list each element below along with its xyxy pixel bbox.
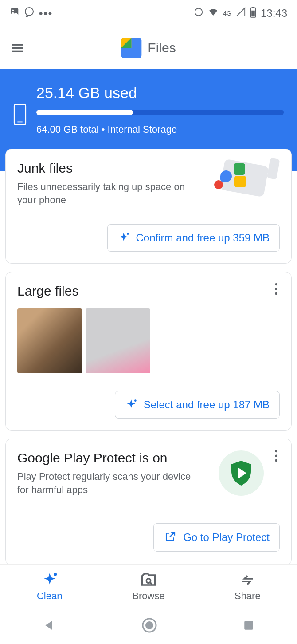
svg-point-22 — [275, 455, 277, 457]
play-protect-button[interactable]: Go to Play Protect — [153, 523, 280, 552]
storage-total-label: 64.00 GB total • Internal Storage — [36, 124, 284, 135]
card-junk-subtitle: Files unnecessarily taking up space on y… — [17, 180, 195, 206]
svg-point-2 — [25, 8, 33, 16]
nav-browse[interactable]: Browse — [99, 565, 198, 608]
svg-point-24 — [54, 573, 57, 576]
svg-rect-7 — [251, 11, 255, 17]
svg-point-17 — [275, 283, 277, 285]
svg-rect-9 — [12, 47, 23, 49]
svg-rect-29 — [244, 621, 253, 630]
back-button[interactable] — [43, 619, 56, 634]
recents-button[interactable] — [243, 620, 254, 633]
svg-point-20 — [134, 400, 137, 402]
large-file-thumb[interactable] — [86, 308, 150, 373]
image-icon — [10, 7, 20, 20]
dustpan-illustration-icon — [218, 161, 266, 201]
svg-rect-6 — [252, 7, 254, 8]
app-title: Files — [148, 40, 176, 55]
card-large-files: Large files Select and free up 187 MB — [5, 272, 292, 431]
system-navigation — [0, 608, 297, 644]
play-protect-shield-icon — [219, 450, 264, 496]
app-bar: Files — [0, 27, 297, 69]
card-protect-subtitle: Play Protect regularly scans your device… — [17, 470, 195, 496]
svg-point-25 — [146, 578, 151, 583]
phone-icon — [13, 104, 27, 127]
nav-browse-label: Browse — [132, 590, 164, 602]
svg-point-28 — [146, 622, 152, 629]
home-button[interactable] — [141, 617, 157, 635]
protect-action-label: Go to Play Protect — [183, 531, 270, 544]
sparkle-icon — [117, 232, 130, 244]
card-junk-title: Junk files — [17, 161, 195, 176]
signal-icon — [236, 7, 246, 20]
network-label: 4G — [223, 10, 231, 17]
whatsapp-icon — [24, 7, 35, 20]
suggestion-cards: Junk files Files unnecessarily taking up… — [0, 149, 297, 565]
files-logo-icon — [121, 38, 141, 58]
svg-point-16 — [127, 233, 129, 235]
nav-share[interactable]: Share — [198, 565, 297, 608]
card-play-protect: Google Play Protect is on Play Protect r… — [5, 439, 292, 565]
sparkle-icon — [125, 399, 137, 411]
clock: 13:43 — [261, 7, 287, 20]
nav-share-label: Share — [234, 590, 261, 602]
more-notif-icon: ••• — [39, 7, 53, 20]
svg-point-21 — [275, 450, 277, 452]
junk-confirm-button[interactable]: Confirm and free up 359 MB — [107, 224, 280, 252]
card-protect-more-button[interactable] — [268, 448, 284, 464]
nav-clean[interactable]: Clean — [0, 565, 99, 608]
large-action-label: Select and free up 187 MB — [144, 399, 270, 411]
storage-used-label: 25.14 GB used — [36, 84, 284, 102]
svg-point-19 — [275, 292, 277, 295]
svg-line-26 — [150, 582, 152, 584]
dnd-icon — [194, 7, 203, 20]
menu-button[interactable] — [9, 39, 27, 57]
nav-clean-label: Clean — [37, 590, 62, 602]
svg-point-18 — [275, 288, 277, 290]
bottom-navigation: Clean Browse Share — [0, 564, 297, 608]
large-select-button[interactable]: Select and free up 187 MB — [115, 391, 280, 419]
storage-progress-fill — [36, 110, 133, 115]
card-large-title: Large files — [17, 284, 280, 299]
svg-rect-10 — [12, 51, 23, 52]
svg-rect-8 — [12, 44, 23, 46]
large-files-thumbs — [17, 308, 280, 373]
wifi-icon — [208, 7, 219, 20]
svg-point-1 — [12, 10, 14, 12]
storage-progress — [36, 110, 284, 115]
card-junk-files: Junk files Files unnecessarily taking up… — [5, 149, 292, 264]
battery-icon — [250, 6, 256, 20]
card-protect-title: Google Play Protect is on — [17, 450, 195, 466]
card-large-more-button[interactable] — [268, 281, 284, 297]
external-link-icon — [164, 531, 177, 544]
junk-action-label: Confirm and free up 359 MB — [136, 232, 270, 244]
svg-point-23 — [275, 459, 277, 462]
large-file-thumb[interactable] — [17, 308, 82, 373]
status-bar: ••• 4G 13:43 — [0, 0, 297, 27]
